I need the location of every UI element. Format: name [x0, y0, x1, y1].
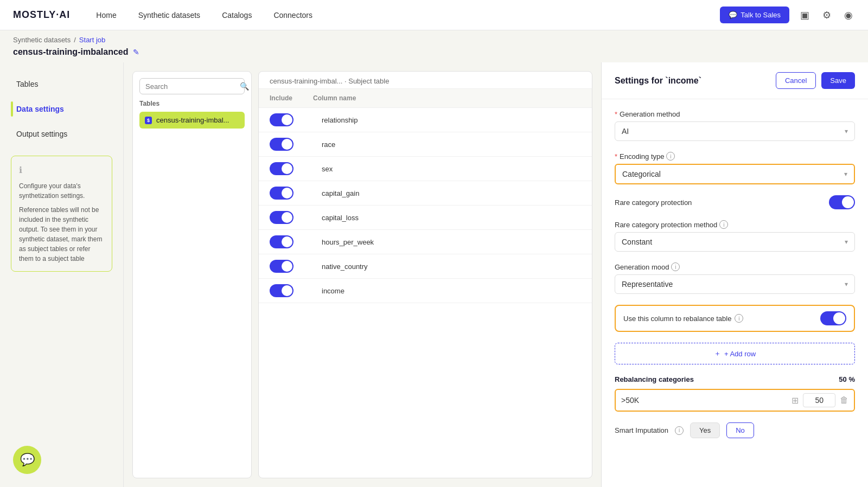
- delete-icon[interactable]: 🗑: [840, 395, 848, 405]
- smart-imputation-no[interactable]: No: [726, 422, 754, 438]
- col-toggle-income[interactable]: [270, 284, 293, 297]
- smart-imputation-row: Smart Imputation i Yes No: [615, 422, 855, 438]
- sidebar-section-tables: Tables: [11, 75, 112, 93]
- rebalancing-value-input[interactable]: [621, 396, 787, 405]
- sidebar-item-tables[interactable]: Tables: [11, 75, 112, 93]
- breadcrumb-current: Start job: [79, 36, 105, 44]
- add-row-button[interactable]: ＋ + Add row: [615, 343, 855, 364]
- nav-synthetic-datasets[interactable]: Synthetic datasets: [138, 11, 200, 20]
- nav-links: Home Synthetic datasets Catalogs Connect…: [96, 11, 694, 20]
- breadcrumb: Synthetic datasets / Start job: [13, 36, 855, 44]
- rare-category-method-info-icon[interactable]: i: [719, 220, 728, 229]
- rebalancing-header: Rebalancing categories 50 %: [615, 375, 855, 383]
- col-toggle-hours-per-week[interactable]: [270, 235, 293, 248]
- plus-icon: ＋: [714, 349, 721, 358]
- tables-list-box: 🔍 Tables $ census-training-imbal...: [132, 71, 252, 478]
- col-name-capital-gain: capital_gain: [322, 189, 359, 197]
- breadcrumb-bar: Synthetic datasets / Start job census-tr…: [0, 30, 868, 62]
- table-row: income: [259, 279, 592, 303]
- smart-imputation-field: Smart Imputation i Yes No: [615, 422, 855, 438]
- col-toggle-capital-gain[interactable]: [270, 187, 293, 200]
- col-toggle-capital-loss[interactable]: [270, 211, 293, 224]
- info-circle-icon: ℹ: [19, 164, 104, 177]
- page-title: census-training-imbalanced: [13, 47, 129, 57]
- settings-icon[interactable]: ⚙: [820, 7, 833, 23]
- header-buttons: Cancel Save: [776, 72, 855, 89]
- rebalance-toggle-row: Use this column to rebalance table i: [615, 305, 855, 332]
- col-name-income: income: [322, 287, 344, 295]
- rebalance-toggle[interactable]: [820, 311, 846, 325]
- encoding-type-select[interactable]: Categorical ▾: [615, 164, 855, 184]
- top-nav: MOSTLY·AI Home Synthetic datasets Catalo…: [0, 0, 868, 30]
- generation-mood-info-icon[interactable]: i: [671, 262, 680, 271]
- nav-catalogs[interactable]: Catalogs: [222, 11, 252, 20]
- chat-icon: 💬: [20, 453, 35, 467]
- sidebar-section-output-settings: Output settings: [11, 125, 112, 143]
- generation-method-field: * Generation method AI ▾: [615, 110, 855, 141]
- generation-mood-label: Generation mood i: [615, 262, 855, 271]
- sidebar-info-box: ℹ Configure your data's synthetization s…: [11, 156, 112, 272]
- smart-imputation-yes[interactable]: Yes: [690, 422, 720, 438]
- settings-title: Settings for `income`: [615, 76, 701, 86]
- main-content: Tables Data settings Output settings ℹ C…: [0, 62, 868, 487]
- rare-category-method-select[interactable]: Constant ▾: [615, 232, 855, 252]
- toggle-thumb-rebalance: [833, 312, 845, 324]
- info-text-1: Configure your data's synthetization set…: [19, 181, 104, 201]
- sidebar-item-data-settings[interactable]: Data settings: [11, 97, 112, 121]
- edit-icon[interactable]: ✎: [133, 48, 139, 56]
- encoding-type-label: * Encoding type i: [615, 152, 855, 161]
- smart-imputation-info-icon[interactable]: i: [675, 426, 684, 435]
- tables-search-container: 🔍: [139, 78, 245, 94]
- smart-imputation-label: Smart Imputation: [615, 426, 668, 434]
- save-button[interactable]: Save: [821, 72, 855, 89]
- col-name-hours-per-week: hours_per_week: [322, 238, 374, 246]
- breadcrumb-separator: /: [74, 36, 76, 44]
- table-row: native_country: [259, 254, 592, 279]
- page-title-row: census-training-imbalanced ✎: [13, 44, 855, 62]
- settings-panel-header: Settings for `income` Cancel Save: [602, 62, 868, 99]
- col-toggle-native-country[interactable]: [270, 260, 293, 273]
- rare-category-method-label: Rare category protection method i: [615, 220, 855, 229]
- right-panel: Settings for `income` Cancel Save * Gene…: [601, 62, 868, 487]
- table-row: capital_gain: [259, 181, 592, 206]
- encoding-type-info-icon[interactable]: i: [666, 152, 675, 161]
- talk-to-sales-button[interactable]: 💬 Talk to Sales: [720, 7, 789, 23]
- col-name-relationship: relationship: [322, 116, 358, 124]
- col-name-sex: sex: [322, 165, 333, 173]
- active-indicator: [11, 101, 13, 117]
- required-star-encoding: *: [615, 152, 617, 161]
- col-name-native-country: native_country: [322, 262, 368, 271]
- chat-button[interactable]: 💬: [13, 446, 41, 474]
- tables-header: Tables: [139, 100, 245, 107]
- col-toggle-sex[interactable]: [270, 162, 293, 175]
- generation-mood-field: Generation mood i Representative ▾: [615, 262, 855, 294]
- rare-category-protection-row: Rare category protection: [615, 195, 855, 209]
- grid-icon: ⊞: [792, 395, 799, 406]
- rebalance-info-icon[interactable]: i: [735, 314, 743, 323]
- rebalancing-percent-input[interactable]: [803, 393, 835, 407]
- notifications-icon[interactable]: ▣: [798, 7, 812, 23]
- nav-home[interactable]: Home: [96, 11, 116, 20]
- chat-bubble-icon: 💬: [729, 11, 737, 19]
- col-toggle-relationship[interactable]: [270, 113, 293, 126]
- search-icon: 🔍: [240, 82, 249, 91]
- rare-category-protection-toggle[interactable]: [829, 195, 855, 209]
- chevron-down-icon: ▾: [845, 127, 848, 135]
- info-text-2: Reference tables will not be included in…: [19, 205, 104, 264]
- required-star: *: [615, 110, 617, 118]
- table-row: sex: [259, 157, 592, 181]
- generation-method-select[interactable]: AI ▾: [615, 121, 855, 141]
- col-toggle-race[interactable]: [270, 138, 293, 151]
- user-profile-icon[interactable]: ◉: [842, 7, 855, 23]
- table-row: race: [259, 132, 592, 157]
- cancel-button[interactable]: Cancel: [776, 72, 816, 89]
- settings-panel-body: * Generation method AI ▾ * Encoding type…: [602, 99, 868, 449]
- col-name-race: race: [322, 140, 335, 149]
- search-input[interactable]: [145, 82, 237, 91]
- table-item[interactable]: $ census-training-imbal...: [139, 112, 245, 129]
- nav-connectors[interactable]: Connectors: [273, 11, 312, 20]
- generation-mood-select[interactable]: Representative ▾: [615, 274, 855, 294]
- col-header-name: Column name: [313, 94, 581, 102]
- sidebar-item-output-settings[interactable]: Output settings: [11, 125, 112, 143]
- breadcrumb-parent[interactable]: Synthetic datasets: [13, 36, 71, 44]
